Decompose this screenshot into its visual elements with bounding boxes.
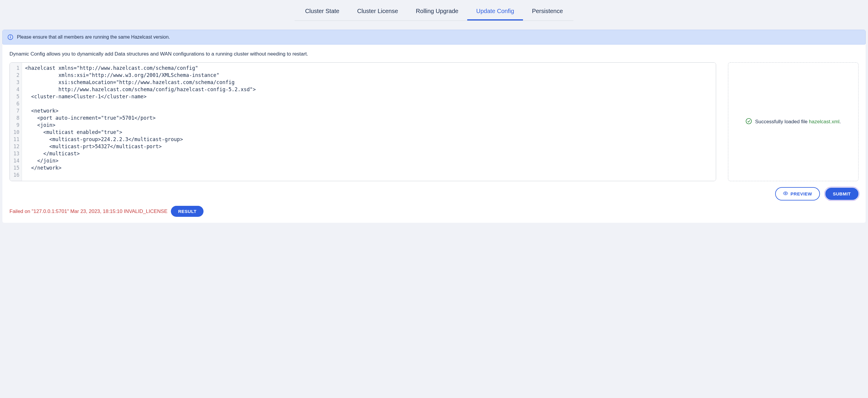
- tab-cluster-state[interactable]: Cluster State: [296, 4, 348, 21]
- info-banner-text: Please ensure that all members are runni…: [17, 34, 170, 40]
- tab-cluster-license[interactable]: Cluster License: [348, 4, 407, 21]
- result-label: RESULT: [178, 209, 196, 214]
- loaded-filename: hazelcast.xml: [809, 119, 839, 124]
- preview-button[interactable]: PREVIEW: [775, 187, 820, 200]
- success-prefix: Successfully loaded file: [755, 119, 809, 124]
- success-message: Successfully loaded file hazelcast.xml.: [755, 119, 841, 125]
- upload-status-panel: Successfully loaded file hazelcast.xml.: [728, 62, 859, 181]
- submit-button[interactable]: SUBMIT: [825, 188, 859, 200]
- config-editor[interactable]: 12345678910111213141516 <hazelcast xmlns…: [9, 62, 716, 181]
- preview-label: PREVIEW: [790, 191, 812, 196]
- description-text: Dynamic Config allows you to dynamically…: [2, 45, 866, 62]
- svg-point-4: [785, 193, 786, 194]
- result-button[interactable]: RESULT: [171, 206, 204, 217]
- tab-bar: Cluster State Cluster License Rolling Up…: [294, 0, 574, 21]
- code-area[interactable]: <hazelcast xmlns="http://www.hazelcast.c…: [22, 63, 716, 181]
- success-suffix: .: [839, 119, 841, 124]
- svg-point-2: [10, 36, 11, 36]
- eye-icon: [783, 191, 788, 197]
- info-icon: [7, 34, 13, 40]
- info-banner: Please ensure that all members are runni…: [2, 30, 866, 45]
- update-config-panel: Please ensure that all members are runni…: [2, 30, 866, 223]
- tab-persistence[interactable]: Persistence: [523, 4, 572, 21]
- tab-rolling-upgrade[interactable]: Rolling Upgrade: [407, 4, 467, 21]
- line-gutter: 12345678910111213141516: [10, 63, 22, 181]
- tab-update-config[interactable]: Update Config: [467, 4, 523, 21]
- error-text: Failed on "127.0.0.1:5701" Mar 23, 2023,…: [9, 208, 167, 215]
- svg-point-3: [746, 118, 751, 123]
- submit-label: SUBMIT: [833, 191, 851, 196]
- check-icon: [745, 118, 752, 126]
